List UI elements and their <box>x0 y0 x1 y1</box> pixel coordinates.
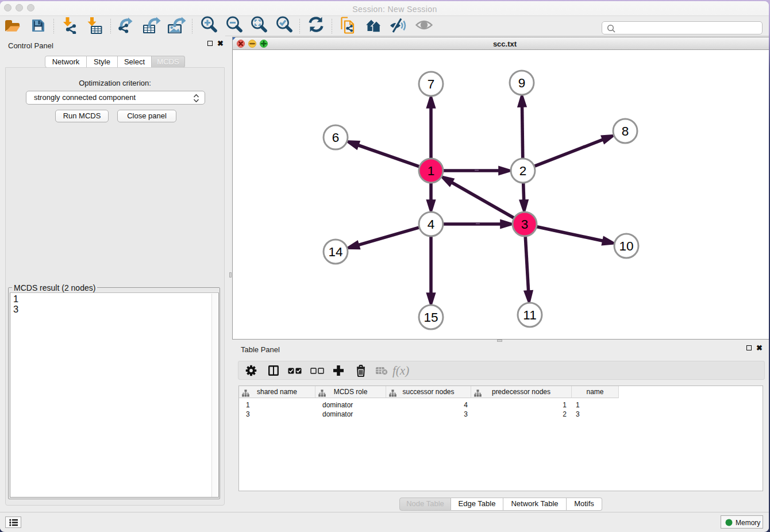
svg-text:3: 3 <box>521 217 529 232</box>
svg-text:6: 6 <box>332 130 340 145</box>
svg-text:11: 11 <box>523 308 536 322</box>
svg-text:15: 15 <box>424 310 438 325</box>
svg-text:9: 9 <box>518 76 526 90</box>
svg-text:1: 1 <box>428 164 435 178</box>
svg-text:14: 14 <box>328 245 342 259</box>
svg-text:7: 7 <box>428 77 435 91</box>
svg-text:8: 8 <box>622 124 629 138</box>
svg-text:2: 2 <box>519 164 527 178</box>
svg-text:10: 10 <box>619 239 633 253</box>
svg-text:4: 4 <box>428 217 435 232</box>
